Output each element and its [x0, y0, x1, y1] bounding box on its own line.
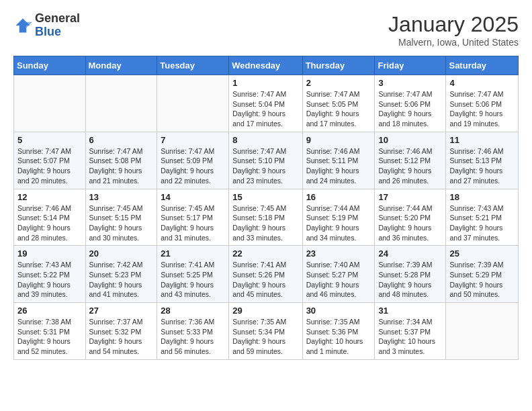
day-cell: 12Sunrise: 7:46 AM Sunset: 5:14 PM Dayli…	[14, 189, 86, 246]
day-number: 3	[378, 78, 442, 88]
location: Malvern, Iowa, United States	[388, 37, 519, 48]
day-number: 10	[378, 135, 442, 145]
day-info: Sunrise: 7:45 AM Sunset: 5:18 PM Dayligh…	[232, 203, 298, 243]
day-info: Sunrise: 7:39 AM Sunset: 5:29 PM Dayligh…	[449, 260, 515, 300]
column-header-thursday: Thursday	[302, 56, 375, 75]
day-number: 30	[306, 306, 371, 316]
day-cell: 21Sunrise: 7:41 AM Sunset: 5:25 PM Dayli…	[157, 246, 229, 303]
day-cell: 18Sunrise: 7:43 AM Sunset: 5:21 PM Dayli…	[446, 189, 519, 246]
day-cell: 9Sunrise: 7:46 AM Sunset: 5:11 PM Daylig…	[302, 132, 375, 189]
day-number: 27	[89, 306, 154, 316]
day-number: 20	[89, 248, 154, 259]
day-number: 5	[17, 135, 82, 145]
title-block: January 2025 Malvern, Iowa, United State…	[388, 12, 519, 48]
header: General Blue January 2025 Malvern, Iowa,…	[13, 12, 519, 48]
day-info: Sunrise: 7:39 AM Sunset: 5:28 PM Dayligh…	[378, 260, 442, 300]
day-number: 19	[17, 248, 82, 259]
day-number: 9	[306, 135, 371, 145]
week-row-2: 5Sunrise: 7:47 AM Sunset: 5:07 PM Daylig…	[14, 132, 519, 189]
day-cell: 30Sunrise: 7:35 AM Sunset: 5:36 PM Dayli…	[302, 303, 375, 360]
svg-marker-1	[26, 22, 32, 28]
day-number: 4	[449, 78, 515, 88]
day-number: 21	[161, 248, 225, 259]
day-cell: 29Sunrise: 7:35 AM Sunset: 5:34 PM Dayli…	[229, 303, 302, 360]
day-info: Sunrise: 7:46 AM Sunset: 5:12 PM Dayligh…	[378, 146, 442, 186]
day-cell: 20Sunrise: 7:42 AM Sunset: 5:23 PM Dayli…	[85, 246, 157, 303]
day-number: 14	[161, 192, 225, 202]
day-number: 16	[306, 192, 371, 202]
day-info: Sunrise: 7:35 AM Sunset: 5:36 PM Dayligh…	[306, 317, 371, 357]
day-number: 7	[161, 135, 225, 145]
logo-icon	[13, 16, 32, 35]
day-number: 28	[161, 306, 225, 316]
day-info: Sunrise: 7:47 AM Sunset: 5:07 PM Dayligh…	[17, 146, 82, 186]
day-info: Sunrise: 7:47 AM Sunset: 5:08 PM Dayligh…	[89, 146, 154, 186]
day-cell: 5Sunrise: 7:47 AM Sunset: 5:07 PM Daylig…	[14, 132, 86, 189]
column-header-friday: Friday	[375, 56, 446, 75]
day-cell: 3Sunrise: 7:47 AM Sunset: 5:06 PM Daylig…	[375, 75, 446, 132]
day-number: 23	[306, 248, 371, 259]
day-number: 8	[232, 135, 298, 145]
day-cell: 17Sunrise: 7:44 AM Sunset: 5:20 PM Dayli…	[375, 189, 446, 246]
day-cell: 6Sunrise: 7:47 AM Sunset: 5:08 PM Daylig…	[85, 132, 157, 189]
day-number: 24	[378, 248, 442, 259]
day-number: 31	[378, 306, 442, 316]
day-info: Sunrise: 7:36 AM Sunset: 5:33 PM Dayligh…	[161, 317, 225, 357]
column-header-monday: Monday	[85, 56, 157, 75]
column-header-saturday: Saturday	[446, 56, 519, 75]
day-cell: 19Sunrise: 7:43 AM Sunset: 5:22 PM Dayli…	[14, 246, 86, 303]
day-cell: 23Sunrise: 7:40 AM Sunset: 5:27 PM Dayli…	[302, 246, 375, 303]
day-cell: 1Sunrise: 7:47 AM Sunset: 5:04 PM Daylig…	[229, 75, 302, 132]
day-info: Sunrise: 7:47 AM Sunset: 5:06 PM Dayligh…	[378, 89, 442, 129]
day-number: 29	[232, 306, 298, 316]
day-cell: 26Sunrise: 7:38 AM Sunset: 5:31 PM Dayli…	[14, 303, 86, 360]
day-number: 12	[17, 192, 82, 202]
day-cell: 8Sunrise: 7:47 AM Sunset: 5:10 PM Daylig…	[229, 132, 302, 189]
day-cell: 28Sunrise: 7:36 AM Sunset: 5:33 PM Dayli…	[157, 303, 229, 360]
logo: General Blue	[13, 12, 80, 39]
day-number: 6	[89, 135, 154, 145]
day-info: Sunrise: 7:41 AM Sunset: 5:25 PM Dayligh…	[161, 260, 225, 300]
day-info: Sunrise: 7:42 AM Sunset: 5:23 PM Dayligh…	[89, 260, 154, 300]
day-info: Sunrise: 7:47 AM Sunset: 5:09 PM Dayligh…	[161, 146, 225, 186]
day-cell: 10Sunrise: 7:46 AM Sunset: 5:12 PM Dayli…	[375, 132, 446, 189]
day-info: Sunrise: 7:43 AM Sunset: 5:21 PM Dayligh…	[449, 203, 515, 243]
week-row-3: 12Sunrise: 7:46 AM Sunset: 5:14 PM Dayli…	[14, 189, 519, 246]
day-cell: 16Sunrise: 7:44 AM Sunset: 5:19 PM Dayli…	[302, 189, 375, 246]
column-header-sunday: Sunday	[14, 56, 86, 75]
day-info: Sunrise: 7:45 AM Sunset: 5:17 PM Dayligh…	[161, 203, 225, 243]
day-cell: 27Sunrise: 7:37 AM Sunset: 5:32 PM Dayli…	[85, 303, 157, 360]
day-info: Sunrise: 7:46 AM Sunset: 5:13 PM Dayligh…	[449, 146, 515, 186]
day-info: Sunrise: 7:35 AM Sunset: 5:34 PM Dayligh…	[232, 317, 298, 357]
day-info: Sunrise: 7:41 AM Sunset: 5:26 PM Dayligh…	[232, 260, 298, 300]
day-number: 1	[232, 78, 298, 88]
day-info: Sunrise: 7:38 AM Sunset: 5:31 PM Dayligh…	[17, 317, 82, 357]
day-number: 26	[17, 306, 82, 316]
day-info: Sunrise: 7:44 AM Sunset: 5:19 PM Dayligh…	[306, 203, 371, 243]
day-cell: 15Sunrise: 7:45 AM Sunset: 5:18 PM Dayli…	[229, 189, 302, 246]
logo-text: General Blue	[35, 12, 80, 39]
calendar-table: SundayMondayTuesdayWednesdayThursdayFrid…	[13, 56, 519, 360]
day-info: Sunrise: 7:45 AM Sunset: 5:15 PM Dayligh…	[89, 203, 154, 243]
day-number: 2	[306, 78, 371, 88]
column-header-wednesday: Wednesday	[229, 56, 302, 75]
day-number: 22	[232, 248, 298, 259]
day-info: Sunrise: 7:40 AM Sunset: 5:27 PM Dayligh…	[306, 260, 371, 300]
day-info: Sunrise: 7:46 AM Sunset: 5:14 PM Dayligh…	[17, 203, 82, 243]
day-info: Sunrise: 7:47 AM Sunset: 5:05 PM Dayligh…	[306, 89, 371, 129]
day-cell	[14, 75, 86, 132]
day-cell: 25Sunrise: 7:39 AM Sunset: 5:29 PM Dayli…	[446, 246, 519, 303]
day-info: Sunrise: 7:37 AM Sunset: 5:32 PM Dayligh…	[89, 317, 154, 357]
day-number: 17	[378, 192, 442, 202]
day-info: Sunrise: 7:34 AM Sunset: 5:37 PM Dayligh…	[378, 317, 442, 357]
day-number: 15	[232, 192, 298, 202]
day-cell: 22Sunrise: 7:41 AM Sunset: 5:26 PM Dayli…	[229, 246, 302, 303]
day-cell: 2Sunrise: 7:47 AM Sunset: 5:05 PM Daylig…	[302, 75, 375, 132]
day-cell: 14Sunrise: 7:45 AM Sunset: 5:17 PM Dayli…	[157, 189, 229, 246]
week-row-1: 1Sunrise: 7:47 AM Sunset: 5:04 PM Daylig…	[14, 75, 519, 132]
day-number: 11	[449, 135, 515, 145]
day-info: Sunrise: 7:47 AM Sunset: 5:10 PM Dayligh…	[232, 146, 298, 186]
day-info: Sunrise: 7:46 AM Sunset: 5:11 PM Dayligh…	[306, 146, 371, 186]
column-header-tuesday: Tuesday	[157, 56, 229, 75]
day-cell	[85, 75, 157, 132]
